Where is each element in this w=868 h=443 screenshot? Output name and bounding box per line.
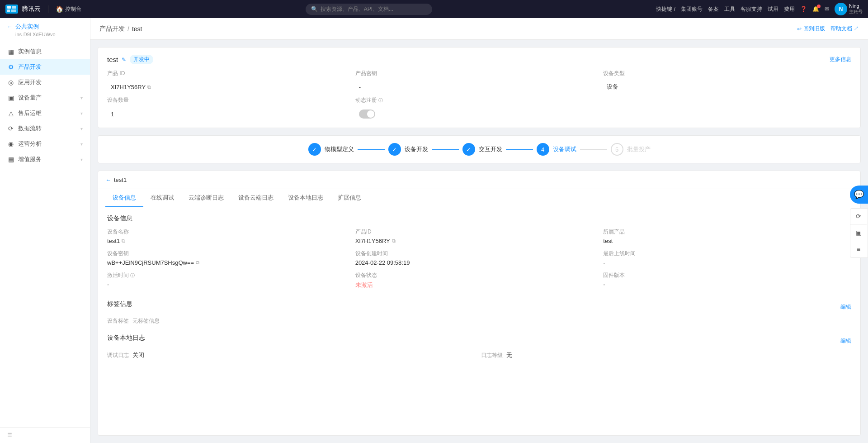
belong-product-value-row: test bbox=[603, 238, 851, 244]
global-search[interactable]: 🔍 搜索资源、产品、API、文档... bbox=[306, 4, 432, 15]
device-status-item: 设备状态 未激活 bbox=[355, 272, 604, 289]
group-account-btn[interactable]: 集团账号 bbox=[681, 5, 703, 13]
last-online-value-row: - bbox=[603, 259, 851, 266]
log-section-header: 设备本地日志 编辑 bbox=[107, 334, 851, 348]
list-float-btn[interactable]: ≡ bbox=[850, 241, 867, 257]
sidebar-item-product-dev[interactable]: ⚙ 产品开发 bbox=[0, 59, 90, 75]
breadcrumb-current: test bbox=[132, 25, 142, 33]
nav-right-section: 快捷键 / 集团账号 备案 工具 客服支持 试用 费用 ❓ 🔔 ✉ N Ning… bbox=[656, 3, 863, 15]
sidebar-item-value-added[interactable]: ▤ 增值服务 ▾ bbox=[0, 152, 90, 167]
device-tabs: 设备信息 在线调试 云端诊断日志 设备云端日志 设备本地日志 扩展信息 bbox=[98, 189, 860, 207]
tools-btn[interactable]: 工具 bbox=[724, 5, 735, 13]
sidebar-collapse-btn[interactable]: ☰ bbox=[0, 427, 90, 443]
back-to-old-btn[interactable]: ↩ 回到旧版 bbox=[797, 25, 825, 33]
help-icon[interactable]: ❓ bbox=[800, 6, 807, 12]
label-section: 标签信息 编辑 设备标签 无标签信息 bbox=[107, 300, 851, 325]
message-icon[interactable]: ✉ bbox=[825, 6, 829, 12]
activate-time-info-icon[interactable]: ⓘ bbox=[130, 273, 135, 278]
step-5-label: 批量投产 bbox=[627, 145, 651, 153]
sidebar-item-instance-info[interactable]: ▦ 实例信息 bbox=[0, 44, 90, 59]
support-btn[interactable]: 客服支持 bbox=[741, 5, 762, 13]
svg-rect-0 bbox=[7, 6, 11, 9]
copy-product-id-device-icon[interactable]: ⧉ bbox=[392, 238, 396, 244]
logo[interactable]: 腾讯云 bbox=[5, 5, 41, 14]
notification-bell[interactable]: 🔔 bbox=[812, 6, 819, 12]
sidebar-item-device-mass[interactable]: ▣ 设备量产 ▾ bbox=[0, 90, 90, 105]
backup-btn[interactable]: 备案 bbox=[708, 5, 719, 13]
product-name: test bbox=[107, 56, 118, 63]
breadcrumb-actions: ↩ 回到旧版 帮助文档 ↗ bbox=[797, 25, 859, 33]
tab-device-info[interactable]: 设备信息 bbox=[105, 189, 143, 207]
tab-device-local-log[interactable]: 设备本地日志 bbox=[281, 189, 330, 207]
tab-extended-info[interactable]: 扩展信息 bbox=[330, 189, 368, 207]
label-section-header: 标签信息 编辑 bbox=[107, 300, 851, 314]
sidebar-menu: ▦ 实例信息 ⚙ 产品开发 ◎ 应用开发 ▣ 设备量产 ▾ △ 售后运维 ▾ bbox=[0, 40, 90, 427]
ops-icon: ◉ bbox=[7, 140, 14, 148]
sidebar-item-app-dev[interactable]: ◎ 应用开发 bbox=[0, 75, 90, 90]
step-connector-4 bbox=[580, 149, 607, 150]
float-btn-group: ⟳ ▣ ≡ bbox=[850, 208, 868, 258]
device-back-nav[interactable]: ← test1 bbox=[98, 171, 860, 189]
create-time-value-row: 2024-02-22 09:58:19 bbox=[355, 259, 604, 266]
more-info-btn[interactable]: 更多信息 bbox=[830, 56, 851, 63]
activate-time-item: 激活时间 ⓘ - bbox=[107, 272, 355, 289]
device-name-value-row: test1 ⧉ bbox=[107, 238, 355, 244]
back-to-instances[interactable]: ← 公共实例 bbox=[7, 23, 83, 31]
chevron-down-icon-5: ▾ bbox=[80, 157, 83, 162]
sidebar: ← 公共实例 ins-D9LXdEUWvo ▦ 实例信息 ⚙ 产品开发 ◎ 应用… bbox=[0, 18, 90, 443]
control-panel-label[interactable]: 🏠 控制台 bbox=[56, 5, 81, 13]
edit-title-icon[interactable]: ✎ bbox=[122, 57, 126, 63]
debug-log-item: 调试日志 关闭 bbox=[107, 351, 477, 359]
copy-device-name-icon[interactable]: ⧉ bbox=[122, 238, 125, 244]
device-count-value: 1 bbox=[107, 108, 355, 120]
step-4-label: 设备调试 bbox=[553, 145, 576, 153]
firmware-value-row: - bbox=[603, 281, 851, 288]
product-fields: 产品 ID 产品密钥 设备类型 XI7H1Y56RY ⧉ - 设备 设备数量 bbox=[107, 70, 851, 120]
label-edit-btn[interactable]: 编辑 bbox=[840, 303, 851, 311]
sidebar-item-data-flow[interactable]: ⟳ 数据流转 ▾ bbox=[0, 121, 90, 136]
user-menu[interactable]: N Ning 主账号 bbox=[835, 3, 863, 15]
back-arrow-icon: ← bbox=[105, 176, 111, 183]
breadcrumb: 产品开发 / test ↩ 回到旧版 帮助文档 ↗ bbox=[90, 18, 868, 40]
help-doc-btn[interactable]: 帮助文档 ↗ bbox=[830, 25, 859, 33]
breadcrumb-parent[interactable]: 产品开发 bbox=[99, 25, 125, 33]
back-icon: ↩ bbox=[797, 26, 802, 32]
copy-product-id-icon[interactable]: ⧉ bbox=[147, 84, 151, 90]
trial-btn[interactable]: 试用 bbox=[768, 5, 778, 13]
empty-field-2 bbox=[603, 108, 851, 120]
dynamic-reg-info-icon[interactable]: ⓘ bbox=[378, 98, 383, 103]
device-type-value: 设备 bbox=[603, 81, 851, 93]
value-added-icon: ▤ bbox=[7, 156, 14, 163]
product-card: test ✎ 开发中 更多信息 产品 ID 产品密钥 设备类型 XI7H1Y56… bbox=[98, 47, 861, 128]
tab-online-debug[interactable]: 在线调试 bbox=[143, 189, 181, 207]
log-edit-btn[interactable]: 编辑 bbox=[840, 337, 851, 345]
qr-float-btn[interactable]: ▣ bbox=[850, 225, 867, 241]
content-area: 产品开发 / test ↩ 回到旧版 帮助文档 ↗ test ✎ 开发中 更 bbox=[90, 18, 868, 443]
chevron-down-icon-4: ▾ bbox=[80, 142, 83, 147]
tab-device-cloud-log[interactable]: 设备云端日志 bbox=[231, 189, 281, 207]
user-info: Ning 主账号 bbox=[849, 3, 863, 15]
device-name-label: test1 bbox=[114, 176, 127, 183]
product-id-value-row: XI7H1Y56RY ⧉ bbox=[355, 238, 604, 244]
log-level-item: 日志等级 无 bbox=[481, 351, 851, 359]
refresh-float-btn[interactable]: ⟳ bbox=[850, 209, 867, 225]
step-2-circle: ✓ bbox=[388, 143, 401, 156]
support-float-btn[interactable]: 💬 bbox=[850, 186, 868, 204]
app-dev-icon: ◎ bbox=[7, 79, 14, 86]
copy-device-secret-icon[interactable]: ⧉ bbox=[196, 260, 199, 266]
sidebar-header: ← 公共实例 ins-D9LXdEUWvo bbox=[0, 18, 90, 40]
fees-btn[interactable]: 费用 bbox=[784, 5, 795, 13]
create-time-item: 设备创建时间 2024-02-22 09:58:19 bbox=[355, 250, 604, 266]
sidebar-item-ops-analytics[interactable]: ◉ 运营分析 ▾ bbox=[0, 136, 90, 152]
shortcuts-btn[interactable]: 快捷键 / bbox=[656, 5, 675, 13]
product-title-area: test ✎ 开发中 bbox=[107, 55, 153, 64]
device-secret-item: 设备密钥 wB++JElN9CjRSUM7SHsgQw== ⧉ bbox=[107, 250, 355, 266]
product-status-badge: 开发中 bbox=[130, 55, 153, 64]
support-float-btn-container: 💬 bbox=[850, 186, 868, 204]
sidebar-item-aftersale[interactable]: △ 售后运维 ▾ bbox=[0, 105, 90, 121]
chevron-down-icon-3: ▾ bbox=[80, 126, 83, 131]
dynamic-registration-toggle[interactable] bbox=[359, 110, 375, 119]
firmware-item: 固件版本 - bbox=[603, 272, 851, 289]
step-3: ✓ 交互开发 bbox=[462, 143, 502, 156]
tab-cloud-diag-log[interactable]: 云端诊断日志 bbox=[181, 189, 231, 207]
